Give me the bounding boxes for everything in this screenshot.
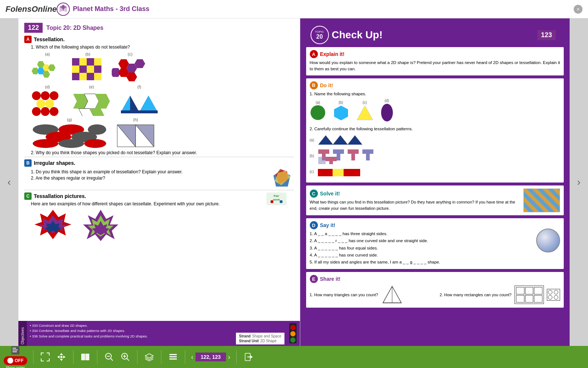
sec-b-q1: 1. Name the following shapes. [310,91,560,97]
right-shape-b: (b) [332,100,350,123]
page-nav-display: 122, 123 [196,353,226,361]
objectives-text: • 333 Construct and draw 2D shapes. • 33… [27,321,236,346]
shape-g: (g) [31,117,108,149]
right-section-b: B Do it! 1. Name the following shapes. (… [306,78,564,183]
svg-rect-126 [169,354,177,355]
svg-marker-112 [57,355,60,358]
svg-rect-16 [87,66,94,73]
section-b-header: B Irregular shapes. [24,159,294,167]
prev-page-button[interactable]: ‹ [0,18,18,346]
shape-b-svg [71,57,104,83]
svg-point-82 [381,104,393,121]
tess-pattern-b: (b) [310,148,560,164]
svg-rect-10 [72,58,79,66]
topic-badge: TOPIC 20 [311,26,329,44]
move-button[interactable] [55,351,67,363]
share-content: 1. How many triangles can you count? 2. … [310,284,560,305]
svg-marker-111 [60,359,63,361]
expand-button[interactable] [39,351,51,363]
sep-1 [33,350,33,364]
right-section-e: E Share it! 1. How many triangles can yo… [306,272,564,308]
sec-e-q1: 1. How many triangles can you count? [310,292,379,298]
next-page-button[interactable]: › [570,18,588,346]
svg-rect-14 [72,66,79,73]
section-c-desc: Here are two examples of how different s… [31,201,294,206]
shape-f: (f) [119,85,159,116]
shape-f-svg [119,90,159,116]
svg-point-114 [60,356,62,358]
sec-a-badge: A [310,50,318,58]
svg-rect-99 [318,169,333,176]
section-a-badge: A [24,36,32,43]
sec-d-q5: 5. If all my sides and angles are the sa… [310,259,534,265]
rectangle-count-grid [514,286,544,304]
svg-marker-83 [318,135,333,145]
section-c-badge: C [24,192,32,200]
zoom-out-button[interactable] [103,351,115,363]
shape-d-svg [31,90,64,116]
tess-b-svg [316,148,375,164]
say-it-content: D Say it! 1. A _ _ a _ _ _ _ has three s… [310,221,534,266]
svg-point-29 [41,91,50,100]
tess-pic-2-svg [82,208,119,241]
sec-a-text: How would you explain to someone what a … [310,60,560,72]
layers-button[interactable] [143,351,155,363]
svg-marker-85 [333,135,348,145]
sec-b-q2: 2. Carefully continue the following tess… [310,126,560,132]
svg-rect-19 [79,73,87,80]
sec-e-title: Share it! [320,276,341,282]
svg-marker-44 [121,96,130,112]
svg-rect-90 [333,149,344,154]
svg-rect-102 [349,169,360,176]
right-shape-c-svg [356,105,374,121]
right-section-d: D Say it! 1. A _ _ a _ _ _ _ has three s… [306,218,564,269]
section-b-content: 1. Do you think this shape is an example… [24,168,294,188]
traffic-light-icon [287,322,298,344]
obj-3: • 336 Solve and complete practical tasks… [30,334,233,339]
svg-rect-97 [362,149,373,154]
page-left: 122 Topic 20: 2D Shapes A Tessellation. … [18,18,300,346]
shape-c: (c) [112,52,148,83]
notes-toggle[interactable]: OFF [4,356,27,365]
objectives-label: Objectives [18,321,27,346]
section-b-questions: 1. Do you think this shape is an example… [24,168,183,182]
section-c-header: C Tessallation pictures. Pair work [24,192,294,200]
sec-c-title: Solve it! [320,191,340,197]
sec-c-badge: C [310,190,318,198]
circle-count-grid [547,289,560,301]
left-page-header: 122 Topic 20: 2D Shapes [24,23,294,33]
sep-3 [97,350,97,364]
book-view-button[interactable] [79,351,91,363]
svg-point-54 [33,139,58,148]
svg-rect-108 [12,350,18,350]
svg-line-120 [111,358,113,361]
zoom-in-button[interactable] [119,351,131,363]
right-section-c-header: C Solve it! [310,190,521,198]
sec-d-q4: 4. A _ _ _ _ _ _ has one curved side. [310,252,534,258]
svg-rect-100 [333,169,344,176]
svg-point-67 [270,200,273,203]
svg-point-78 [290,337,295,343]
sec-d-badge: D [310,221,318,229]
right-page-inner: TOPIC 20 Check Up! 123 A Explain it! How… [300,18,570,346]
shape-g-svg [31,123,108,149]
tess-pictures [31,208,287,241]
prev-page-nav[interactable]: ‹ [191,353,193,361]
section-b-q2: 2. Are the shapes regular or irregular? [31,176,183,181]
strand-unit-row: Strand Unit 2D Shape [239,339,281,343]
svg-point-30 [50,91,58,100]
solve-it-text: C Solve it! What two things can you find… [310,190,521,211]
sec-d-q2: 2. A _ _ _ _ _ r _ _ _ has one curved si… [310,238,534,244]
page-right: TOPIC 20 Check Up! 123 A Explain it! How… [300,18,570,346]
toggle-label: OFF [15,358,24,363]
show-notes-button[interactable]: OFF Show notes [4,344,27,368]
sec-c-text: What two things can you find in this tes… [310,199,521,211]
right-shapes-row: (a) (b) (c) [310,99,560,124]
list-button[interactable] [167,351,179,363]
app-title: Planet Maths - 3rd Class [73,5,149,13]
exit-button[interactable] [243,351,254,363]
strand-value: Shape and Space [252,334,282,338]
next-page-nav[interactable]: › [228,353,230,361]
close-button[interactable]: × [574,5,582,14]
globe-image [536,229,560,252]
